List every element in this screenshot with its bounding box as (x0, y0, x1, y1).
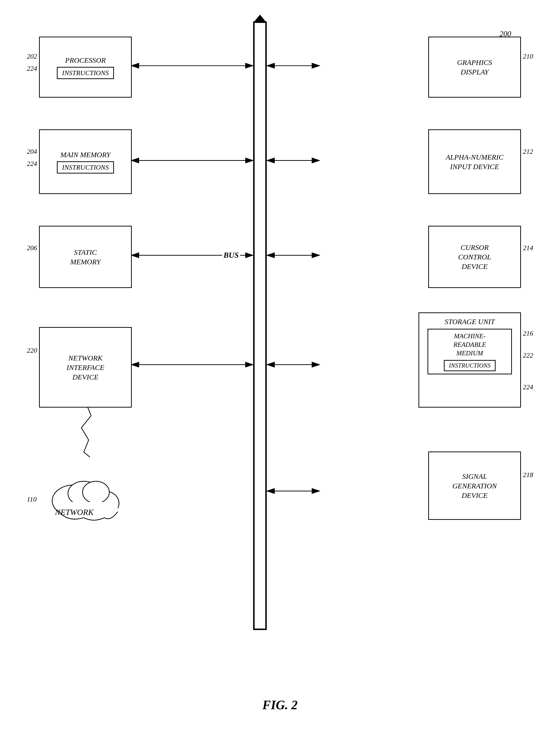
bus-label: BUS (222, 250, 240, 260)
alpha-numeric-label: ALPHA-NUMERIC INPUT DEVICE (446, 152, 504, 171)
svg-point-20 (68, 481, 100, 506)
static-memory-box: STATIC MEMORY (39, 226, 132, 288)
cursor-control-box: CURSOR CONTROL DEVICE (428, 226, 521, 288)
processor-box: PROCESSOR INSTRUCTIONS (39, 37, 132, 98)
ref-204: 204 (27, 148, 37, 155)
network-label: NETWORK (55, 507, 94, 517)
network-interface-label: NETWORK INTERFACE DEVICE (66, 353, 104, 382)
network-interface-box: NETWORK INTERFACE DEVICE (39, 327, 132, 408)
svg-rect-6 (253, 21, 267, 630)
ref-218: 218 (523, 471, 533, 479)
ref-216: 216 (523, 329, 533, 337)
signal-generation-label: SIGNAL GENERATION DEVICE (452, 471, 497, 500)
main-memory-label: MAIN MEMORY (60, 150, 110, 159)
svg-point-21 (82, 481, 109, 503)
ref-224-mem: 224 (27, 160, 37, 168)
storage-unit-box: STORAGE UNIT MACHINE- READABLE MEDIUM IN… (418, 312, 521, 408)
static-memory-label: STATIC MEMORY (70, 248, 101, 267)
signal-generation-box: SIGNAL GENERATION DEVICE (428, 451, 521, 520)
processor-label: PROCESSOR (65, 55, 106, 65)
ref-224-stor: 224 (523, 383, 533, 391)
storage-inner-box: INSTRUCTIONS (444, 360, 496, 371)
ref-212: 212 (523, 148, 533, 155)
ref-110: 110 (27, 495, 37, 503)
ref-224-proc: 224 (27, 65, 37, 72)
diagram-container: 200 (19, 15, 541, 720)
processor-inner-box: INSTRUCTIONS (57, 67, 114, 79)
graphics-display-box: GRAPHICS DISPLAY (428, 37, 521, 98)
svg-rect-7 (254, 23, 265, 629)
machine-readable-label: MACHINE- READABLE MEDIUM (453, 332, 486, 357)
figure-caption: FIG. 2 (262, 698, 298, 712)
svg-marker-4 (254, 15, 266, 22)
storage-unit-label: STORAGE UNIT (444, 317, 495, 326)
ref-206: 206 (27, 244, 37, 252)
cursor-control-label: CURSOR CONTROL DEVICE (458, 243, 491, 271)
ref-220: 220 (27, 346, 37, 354)
ref-214: 214 (523, 244, 533, 252)
processor-inner-label: INSTRUCTIONS (62, 69, 109, 77)
storage-instructions-label: INSTRUCTIONS (449, 362, 491, 369)
main-memory-inner-box: INSTRUCTIONS (57, 161, 114, 173)
ref-202: 202 (27, 52, 37, 60)
main-memory-inner-label: INSTRUCTIONS (62, 163, 109, 171)
graphics-display-label: GRAPHICS DISPLAY (457, 57, 492, 77)
ref-210: 210 (523, 52, 533, 60)
svg-point-19 (90, 491, 119, 515)
svg-marker-5 (254, 622, 266, 630)
alpha-numeric-box: ALPHA-NUMERIC INPUT DEVICE (428, 129, 521, 194)
main-memory-box: MAIN MEMORY INSTRUCTIONS (39, 129, 132, 194)
ref-222: 222 (523, 351, 533, 359)
